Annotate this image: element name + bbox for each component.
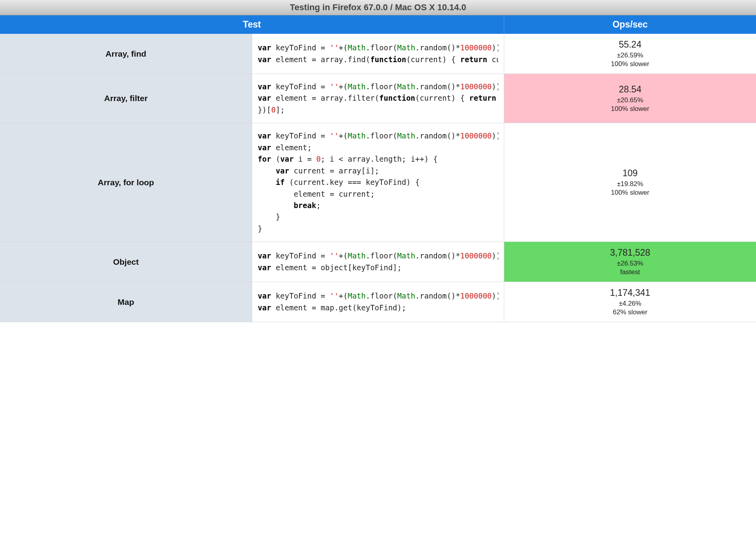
- test-name: Array, filter: [0, 74, 252, 123]
- ops-error: ±20.65%: [507, 96, 753, 104]
- header-test: Test: [0, 15, 504, 34]
- ops-note: 100% slower: [507, 60, 753, 68]
- test-name: Map: [0, 282, 252, 322]
- ops-cell: 109 ±19.82% 100% slower: [504, 123, 756, 242]
- ops-cell: 55.24 ±26.59% 100% slower: [504, 34, 756, 74]
- test-code: var keyToFind = ''+(Math.floor(Math.rand…: [252, 74, 504, 123]
- ops-value: 109: [507, 168, 753, 179]
- ops-cell-slowest: 28.54 ±20.65% 100% slower: [504, 74, 756, 123]
- test-code: var keyToFind = ''+(Math.floor(Math.rand…: [252, 282, 504, 322]
- ops-error: ±4.26%: [507, 300, 753, 308]
- ops-error: ±26.53%: [507, 260, 753, 267]
- test-code: var keyToFind = ''+(Math.floor(Math.rand…: [252, 123, 504, 242]
- table-row: Array, filter var keyToFind = ''+(Math.f…: [0, 74, 756, 123]
- table-header-row: Test Ops/sec: [0, 15, 756, 34]
- test-code: var keyToFind = ''+(Math.floor(Math.rand…: [252, 34, 504, 74]
- ops-note: 100% slower: [507, 105, 753, 113]
- ops-note: 62% slower: [507, 308, 753, 316]
- ops-error: ±26.59%: [507, 52, 753, 59]
- ops-value: 28.54: [507, 84, 753, 95]
- code-block: var keyToFind = ''+(Math.floor(Math.rand…: [258, 130, 498, 234]
- ops-error: ±19.82%: [507, 180, 753, 188]
- ops-value: 1,174,341: [507, 288, 753, 298]
- table-row: Map var keyToFind = ''+(Math.floor(Math.…: [0, 282, 756, 322]
- table-row: Array, find var keyToFind = ''+(Math.flo…: [0, 34, 756, 74]
- test-code: var keyToFind = ''+(Math.floor(Math.rand…: [252, 242, 504, 282]
- code-block: var keyToFind = ''+(Math.floor(Math.rand…: [258, 290, 498, 314]
- benchmark-table: Test Ops/sec Array, find var keyToFind =…: [0, 15, 756, 322]
- test-name: Object: [0, 242, 252, 282]
- ops-cell: 1,174,341 ±4.26% 62% slower: [504, 282, 756, 322]
- ops-value: 55.24: [507, 39, 753, 50]
- ops-note: 100% slower: [507, 189, 753, 197]
- code-block: var keyToFind = ''+(Math.floor(Math.rand…: [258, 81, 498, 116]
- window-titlebar: Testing in Firefox 67.0.0 / Mac OS X 10.…: [0, 0, 756, 15]
- header-ops: Ops/sec: [504, 15, 756, 34]
- ops-note: fastest: [507, 268, 753, 276]
- ops-value: 3,781,528: [507, 247, 753, 258]
- ops-cell-fastest: 3,781,528 ±26.53% fastest: [504, 242, 756, 282]
- table-row: Object var keyToFind = ''+(Math.floor(Ma…: [0, 242, 756, 282]
- code-block: var keyToFind = ''+(Math.floor(Math.rand…: [258, 250, 498, 273]
- code-block: var keyToFind = ''+(Math.floor(Math.rand…: [258, 42, 498, 65]
- table-row: Array, for loop var keyToFind = ''+(Math…: [0, 123, 756, 242]
- test-name: Array, for loop: [0, 123, 252, 242]
- test-name: Array, find: [0, 34, 252, 74]
